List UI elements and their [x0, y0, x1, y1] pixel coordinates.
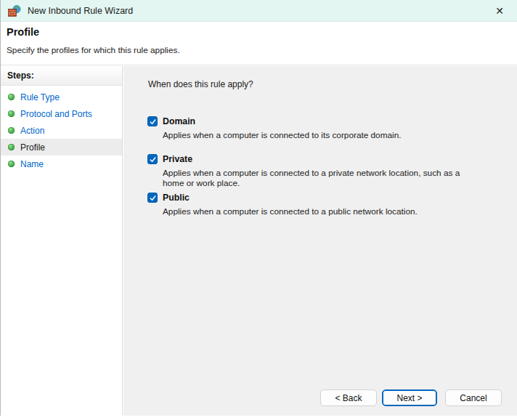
- window-title: New Inbound Rule Wizard: [28, 6, 133, 16]
- public-checkbox-row[interactable]: Public: [147, 193, 418, 203]
- step-item-rule-type: Rule Type: [1, 89, 122, 105]
- public-description: Applies when a computer is connected to …: [163, 207, 418, 217]
- cancel-button[interactable]: Cancel: [445, 389, 502, 406]
- private-checkbox-row[interactable]: Private: [147, 154, 462, 164]
- checkmark-icon: [149, 156, 157, 163]
- steps-list: Rule Type Protocol and Ports Action Prof…: [1, 86, 122, 172]
- next-button[interactable]: Next >: [382, 389, 437, 406]
- step-bullet-icon: [8, 161, 15, 167]
- checkmark-icon: [149, 118, 157, 126]
- steps-sidebar: Steps: Rule Type Protocol and Ports Acti…: [1, 66, 123, 416]
- title-bar: New Inbound Rule Wizard ✕: [1, 0, 517, 22]
- profile-group-domain: Domain Applies when a computer is connec…: [147, 116, 402, 141]
- step-item-profile-current: Profile: [1, 139, 122, 156]
- domain-checkbox[interactable]: [147, 116, 158, 126]
- firewall-icon: [8, 5, 21, 17]
- steps-heading: Steps:: [1, 66, 122, 86]
- question-text: When does this rule apply?: [148, 79, 253, 89]
- domain-checkbox-row[interactable]: Domain: [147, 116, 402, 126]
- public-checkbox-label[interactable]: Public: [163, 193, 190, 203]
- step-bullet-icon: [8, 94, 15, 100]
- page-subtitle: Specify the profiles for which this rule…: [7, 45, 180, 55]
- step-label: Profile: [20, 142, 45, 153]
- private-description: Applies when a computer is connected to …: [163, 169, 462, 188]
- close-icon[interactable]: ✕: [489, 2, 510, 20]
- page-header: Profile Specify the profiles for which t…: [1, 23, 517, 65]
- step-label: Protocol and Ports: [20, 109, 92, 119]
- step-item-protocol-and-ports: Protocol and Ports: [1, 105, 122, 122]
- step-item-action: Action: [1, 122, 122, 139]
- public-checkbox[interactable]: [147, 193, 158, 203]
- profile-group-public: Public Applies when a computer is connec…: [147, 193, 418, 217]
- private-checkbox-label[interactable]: Private: [163, 154, 192, 164]
- step-bullet-icon: [8, 110, 15, 117]
- step-label: Action: [20, 126, 44, 136]
- profile-group-private: Private Applies when a computer is conne…: [147, 154, 462, 188]
- step-label: Rule Type: [20, 92, 60, 102]
- step-label: Name: [20, 159, 44, 169]
- back-button[interactable]: < Back: [320, 389, 377, 406]
- step-bullet-icon: [8, 127, 15, 134]
- domain-checkbox-label[interactable]: Domain: [163, 116, 195, 126]
- wizard-window: New Inbound Rule Wizard ✕ Profile Specif…: [0, 0, 517, 416]
- step-item-name: Name: [1, 156, 122, 172]
- domain-description: Applies when a computer is connected to …: [163, 131, 402, 141]
- checkmark-icon: [149, 194, 157, 202]
- page-title: Profile: [7, 26, 39, 38]
- step-bullet-icon: [8, 144, 15, 150]
- private-checkbox[interactable]: [147, 154, 158, 164]
